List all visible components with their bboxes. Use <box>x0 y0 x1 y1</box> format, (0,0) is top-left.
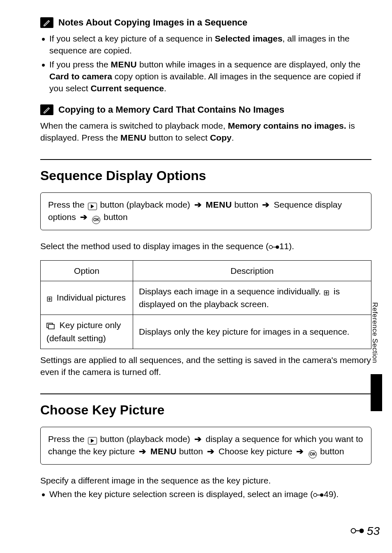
text: 49). <box>324 489 339 499</box>
reference-icon <box>313 489 324 501</box>
arrow-icon: ➔ <box>262 200 270 209</box>
pencil-icon <box>40 17 53 28</box>
text: If you select a key picture of a sequenc… <box>49 34 215 43</box>
key-picture-icon <box>46 320 55 332</box>
arrow-icon: ➔ <box>296 447 304 456</box>
text: 11). <box>279 241 294 251</box>
text: Select the method used to display images… <box>40 241 269 251</box>
play-icon <box>88 437 97 444</box>
svg-rect-4 <box>48 324 54 329</box>
svg-point-6 <box>320 493 323 497</box>
reference-icon <box>350 527 364 535</box>
after-table-text: Settings are applied to all sequences, a… <box>40 354 371 378</box>
option-cell: ⊞ Individual pictures <box>41 281 133 315</box>
section-divider <box>40 393 371 394</box>
svg-point-5 <box>314 493 317 497</box>
section-heading-sequence: Sequence Display Options <box>40 167 371 185</box>
svg-point-1 <box>276 245 279 249</box>
arrow-icon: ➔ <box>80 212 88 222</box>
bold-text: Current sequence <box>90 83 164 93</box>
note-heading-text: Copying to a Memory Card That Contains N… <box>58 104 284 116</box>
note-heading-text: Notes About Copying Images in a Sequence <box>58 16 247 29</box>
intro-text: Select the method used to display images… <box>40 240 371 253</box>
text: . <box>164 83 166 93</box>
arrow-icon: ➔ <box>207 447 214 456</box>
nav-path-sequence: Press the button (playback mode) ➔ MENU … <box>40 192 371 230</box>
side-tab-block <box>371 374 382 411</box>
text: button <box>177 447 205 456</box>
text: Individual pictures <box>54 293 126 302</box>
note-body: When the camera is switched to playback … <box>40 120 371 144</box>
ok-icon: OK <box>92 216 100 224</box>
description-cell: Displays each image in a sequence indivi… <box>133 281 371 315</box>
text: Displays each image in a sequence indivi… <box>139 287 323 296</box>
bold-text: Copy <box>210 133 232 142</box>
table-header: Description <box>133 260 371 281</box>
arrow-icon: ➔ <box>194 200 202 209</box>
option-cell: Key picture only (default setting) <box>41 315 133 349</box>
menu-glyph: MENU <box>150 447 177 456</box>
ok-icon: OK <box>309 450 317 458</box>
text: button while images in a sequence are di… <box>137 60 360 69</box>
section-heading-key-picture: Choose Key Picture <box>40 401 371 419</box>
pencil-icon <box>40 104 53 115</box>
note-heading: Copying to a Memory Card That Contains N… <box>40 104 371 116</box>
text: (default setting) <box>46 333 106 343</box>
text: button (playback mode) <box>98 200 193 209</box>
menu-glyph: MENU <box>206 200 232 209</box>
notes-no-images: Copying to a Memory Card That Contains N… <box>40 104 371 144</box>
text: button (playback mode) <box>98 434 193 444</box>
table-header-row: Option Description <box>41 260 371 281</box>
key-body-text: Specify a different image in the sequenc… <box>40 474 371 486</box>
arrow-icon: ➔ <box>139 447 146 456</box>
text: If you press the <box>49 60 111 69</box>
options-table: Option Description ⊞ Individual pictures… <box>40 260 371 349</box>
individual-icon: ⊞ <box>323 288 330 298</box>
text: button <box>101 212 127 222</box>
page-number: 53 <box>350 523 380 539</box>
table-header: Option <box>41 260 133 281</box>
list-item: When the key picture selection screen is… <box>40 488 371 501</box>
side-tab-label: Reference Section <box>370 302 380 363</box>
page-number-text: 53 <box>367 523 380 539</box>
note-bullet: If you select a key picture of a sequenc… <box>40 32 371 57</box>
text: Press the <box>48 434 87 444</box>
note-bullet: If you press the MENU button while image… <box>40 58 371 95</box>
notes-copy-sequence: Notes About Copying Images in a Sequence… <box>40 16 371 95</box>
text: button <box>318 447 344 456</box>
reference-icon <box>269 241 279 253</box>
section-divider <box>40 159 371 160</box>
text: Press the <box>48 200 87 209</box>
svg-point-0 <box>269 245 272 249</box>
bold-text: Memory contains no images. <box>228 121 346 130</box>
key-bullets: When the key picture selection screen is… <box>40 488 371 501</box>
description-cell: Displays only the key picture for images… <box>133 315 371 349</box>
svg-point-8 <box>351 529 355 533</box>
text: When the camera is switched to playback … <box>40 121 228 130</box>
text: button <box>232 200 261 209</box>
svg-point-9 <box>359 529 364 533</box>
table-row: ⊞ Individual pictures Displays each imag… <box>41 281 371 315</box>
text: Choose key picture <box>216 447 295 456</box>
arrow-icon: ➔ <box>194 434 202 444</box>
bold-text: Card to camera <box>49 72 112 81</box>
menu-glyph: MENU <box>111 60 137 69</box>
play-icon <box>88 203 97 210</box>
individual-icon: ⊞ <box>46 294 53 304</box>
text: button to select <box>147 133 210 142</box>
note-bullets: If you select a key picture of a sequenc… <box>40 32 371 95</box>
bold-text: Selected images <box>215 34 283 43</box>
table-row: Key picture only (default setting) Displ… <box>41 315 371 349</box>
menu-glyph: MENU <box>120 133 147 142</box>
note-heading: Notes About Copying Images in a Sequence <box>40 16 371 29</box>
nav-path-key-picture: Press the button (playback mode) ➔ displ… <box>40 427 371 464</box>
text: . <box>231 133 234 142</box>
text: Key picture only <box>57 320 121 330</box>
text: When the key picture selection screen is… <box>49 489 313 499</box>
